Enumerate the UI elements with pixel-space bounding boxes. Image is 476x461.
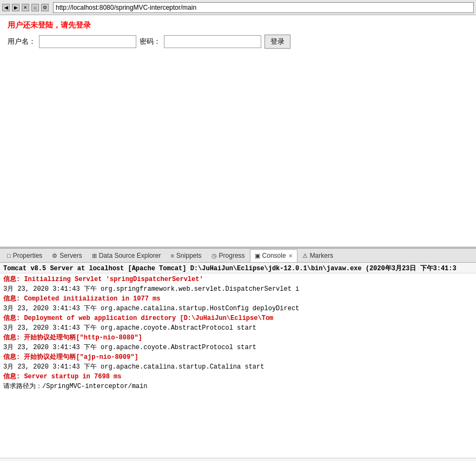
- tab-properties[interactable]: □ Properties: [2, 249, 47, 262]
- tab-servers-label: Servers: [60, 252, 82, 259]
- console-line: 信息: Completed initialization in 1077 ms: [3, 294, 473, 304]
- console-line: 3月 23, 2020 3:41:43 下午 org.apache.catali…: [3, 304, 473, 313]
- console-output[interactable]: 信息: Initializing Servlet 'springDispatch…: [0, 273, 476, 458]
- console-close-icon[interactable]: ✕: [288, 253, 293, 259]
- markers-icon: ⚠: [302, 252, 308, 259]
- properties-icon: □: [7, 252, 11, 259]
- console-line: 信息: 开始协议处理句柄["http-nio-8080"]: [3, 333, 473, 343]
- console-line: 信息: Initializing Servlet 'springDispatch…: [3, 275, 473, 284]
- tab-datasource[interactable]: ⊞ Data Source Explorer: [87, 249, 166, 262]
- browser-controls: ◀ ▶ ✕ ⌂ ⚙: [2, 4, 49, 11]
- tab-servers[interactable]: ⚙ Servers: [47, 249, 87, 262]
- stop-button[interactable]: ✕: [22, 4, 29, 11]
- console-line: 请求路径为：/SpringMVC-interceptor/main: [3, 382, 473, 391]
- console-line: 信息: Server startup in 7698 ms: [3, 372, 473, 382]
- tab-bar: □ Properties ⚙ Servers ⊞ Data Source Exp…: [0, 249, 476, 263]
- username-label: 用户名：: [8, 37, 36, 46]
- progress-icon: ◷: [211, 252, 217, 259]
- tab-properties-label: Properties: [13, 252, 43, 259]
- console-line: 信息: Deployment of web application direct…: [3, 313, 473, 323]
- tab-console-label: Console: [262, 252, 286, 259]
- tab-progress[interactable]: ◷ Progress: [207, 249, 250, 262]
- console-line: 3月 23, 2020 3:41:43 下午 org.apache.coyote…: [3, 343, 473, 352]
- username-input[interactable]: [39, 35, 136, 48]
- login-button[interactable]: 登录: [265, 35, 290, 49]
- console-line: 3月 23, 2020 3:41:43 下午 org.springframewo…: [3, 284, 473, 294]
- ide-panel: □ Properties ⚙ Servers ⊞ Data Source Exp…: [0, 248, 476, 461]
- login-notice: 用户还未登陆，请先登录: [8, 21, 468, 30]
- datasource-icon: ⊞: [92, 252, 97, 259]
- tab-markers[interactable]: ⚠ Markers: [298, 249, 338, 262]
- server-info-bar: Tomcat v8.5 Server at localhost [Apache …: [0, 263, 476, 273]
- login-form: 用户名： 密码： 登录: [8, 35, 468, 49]
- browser-chrome: ◀ ▶ ✕ ⌂ ⚙: [0, 0, 476, 15]
- password-label: 密码：: [140, 37, 161, 46]
- home-button[interactable]: ⌂: [31, 4, 39, 11]
- password-input[interactable]: [164, 35, 261, 48]
- settings-button[interactable]: ⚙: [41, 4, 49, 11]
- console-icon: ▣: [255, 252, 260, 259]
- console-line: 3月 23, 2020 3:41:43 下午 org.apache.coyote…: [3, 323, 473, 333]
- address-bar[interactable]: [53, 2, 474, 13]
- status-bar: https://blog.csdn.net/qq_41861049: [0, 458, 476, 461]
- tab-console[interactable]: ▣ Console ✕: [250, 249, 298, 262]
- console-line: 3月 23, 2020 3:41:43 下午 org.apache.catali…: [3, 362, 473, 372]
- tab-markers-label: Markers: [310, 252, 333, 259]
- tab-snippets-label: Snippets: [176, 252, 202, 259]
- web-content-area: 用户还未登陆，请先登录 用户名： 密码： 登录: [0, 15, 476, 248]
- console-line: 信息: 开始协议处理句柄["ajp-nio-8009"]: [3, 352, 473, 362]
- tab-datasource-label: Data Source Explorer: [99, 252, 161, 259]
- snippets-icon: ≡: [170, 252, 174, 259]
- forward-button[interactable]: ▶: [12, 4, 19, 11]
- back-button[interactable]: ◀: [2, 4, 10, 11]
- tab-progress-label: Progress: [219, 252, 245, 259]
- tab-snippets[interactable]: ≡ Snippets: [166, 249, 206, 262]
- servers-icon: ⚙: [52, 252, 57, 259]
